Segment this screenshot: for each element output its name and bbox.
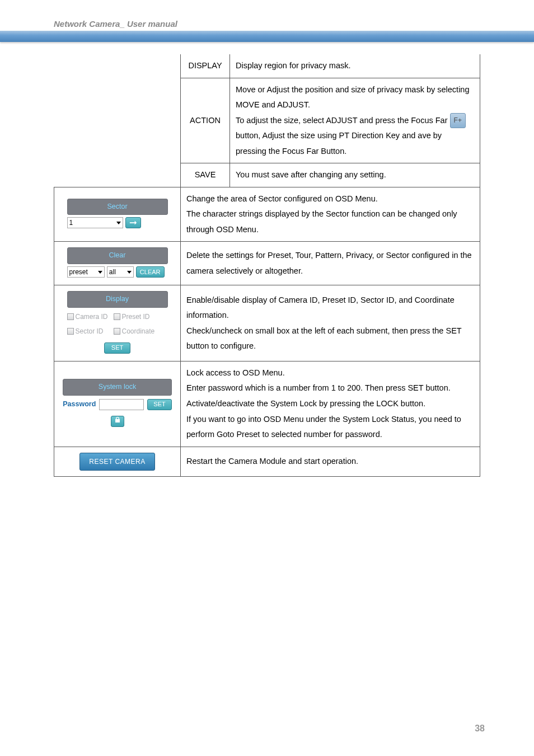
syslock-panel-title: System lock [63,379,171,396]
display-panel-cell: Display Camera ID Preset ID Sector ID Co… [54,285,181,361]
action-p1: Move or Adjust the position and size of … [236,85,469,110]
syslock-set-button[interactable]: SET [147,399,171,410]
syslock-cell: System lock Password SET [54,361,181,447]
display-desc: Enable/disable display of Camera ID, Pre… [181,285,480,361]
checkbox-coordinate-label: Coordinate [122,325,155,338]
desc-action: Move or Adjust the position and size of … [230,78,480,163]
password-input[interactable] [99,399,144,410]
desc-display: Display region for privacy mask. [230,54,480,78]
lock-icon [114,414,121,429]
checkbox-sector-id[interactable]: Sector ID [67,325,104,338]
display-panel-title: Display [67,291,168,308]
display-set-button[interactable]: SET [104,342,130,354]
checkbox-icon [114,328,120,335]
label-display: DISPLAY [181,54,230,78]
label-save: SAVE [181,163,230,187]
reset-desc: Restart the Camera Module and start oper… [181,447,480,477]
sector-cell: Sector 1 [54,187,181,242]
checkbox-icon [67,313,74,320]
action-p2a: To adjust the size, select ADJUST and pr… [236,116,450,125]
clear-button[interactable]: CLEAR [136,266,165,278]
clear-select-type[interactable]: preset [67,266,105,278]
doc-header-title: Network Camera_ User manual [0,0,534,31]
action-p2b: button, Adjust the size using PT Directi… [236,131,442,156]
reset-camera-button[interactable]: RESET CAMERA [79,453,154,471]
sector-select[interactable]: 1 [67,217,123,228]
desc-save: You must save after changing any setting… [230,163,480,187]
checkbox-icon [114,313,120,320]
clear-cell: Clear preset all CLEAR [54,242,181,285]
empty-left-cell [54,54,181,187]
checkbox-preset-id[interactable]: Preset ID [114,311,150,323]
checkbox-camera-id-label: Camera ID [76,311,108,323]
focus-far-badge: F+ [450,113,466,128]
sector-panel-title: Sector [67,199,168,215]
checkbox-camera-id[interactable]: Camera ID [67,311,108,323]
checkbox-sector-id-label: Sector ID [76,325,104,338]
clear-select-type-value: preset [69,266,88,279]
checkbox-coordinate[interactable]: Coordinate [114,325,155,338]
chevron-down-icon [98,271,102,274]
label-action: ACTION [181,78,230,163]
page-content: DISPLAY Display region for privacy mask.… [0,42,534,477]
checkbox-preset-id-label: Preset ID [122,311,150,323]
settings-table: DISPLAY Display region for privacy mask.… [54,54,480,477]
arrow-right-icon [129,219,137,226]
chevron-down-icon [116,222,121,224]
sector-select-value: 1 [69,217,73,229]
page-number: 38 [475,724,485,734]
accent-bar [0,31,534,42]
checkbox-icon [67,328,74,335]
sector-go-button[interactable] [125,217,141,228]
clear-select-scope-value: all [109,266,116,279]
lock-toggle-button[interactable] [111,416,124,427]
reset-cell: RESET CAMERA [54,447,181,477]
clear-desc: Delete the settings for Preset, Tour, Pa… [181,242,480,285]
chevron-down-icon [127,271,132,274]
password-label: Password [63,398,96,411]
clear-panel-title: Clear [67,247,168,264]
syslock-desc: Lock access to OSD Menu. Enter password … [181,361,480,447]
sector-desc: Change the area of Sector configured on … [181,187,480,242]
clear-select-scope[interactable]: all [107,266,134,278]
